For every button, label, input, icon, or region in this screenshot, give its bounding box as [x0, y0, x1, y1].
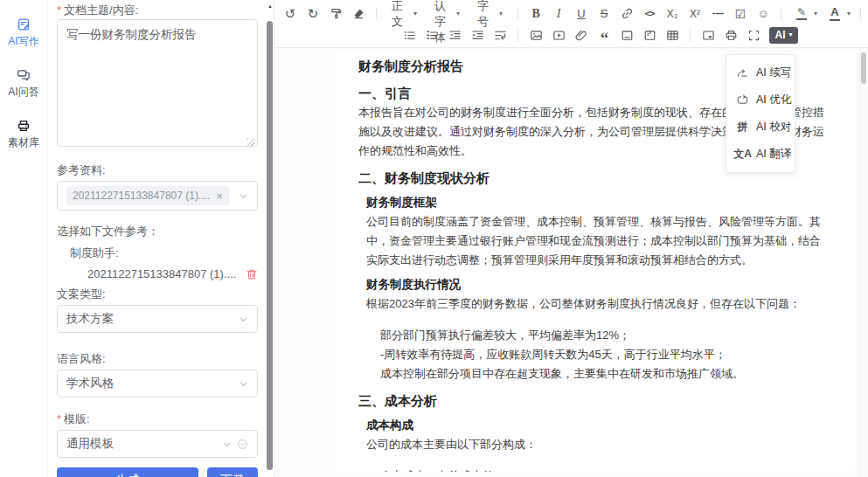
ai-menu-item-label: AI 优化: [756, 93, 791, 107]
line-break-icon[interactable]: [490, 25, 510, 45]
form-panel: * 文档主题/内容: 写一份财务制度分析报告 参考资料: 20211227151…: [48, 0, 267, 477]
caret-down-icon: ▾: [814, 10, 817, 17]
doc-heading: 财务制度执行情况: [366, 275, 830, 294]
toolbar-separator: [517, 29, 518, 42]
toolbar-separator: [860, 7, 861, 20]
ordered-list-icon[interactable]: [421, 25, 442, 45]
resize-grip-icon[interactable]: [247, 138, 254, 146]
toolbar-separator: [517, 7, 518, 20]
reference-tag: 2021122715133847807 (1).... ×: [66, 186, 229, 205]
format-painter-icon[interactable]: [325, 4, 346, 24]
divider-icon[interactable]: [707, 4, 728, 24]
ai-proofread-item[interactable]: 拼AI 校对: [726, 114, 795, 141]
sidebar-item-ai-qa[interactable]: AI问答: [8, 68, 38, 100]
material-library-icon: [17, 119, 31, 133]
language-style-label: 语言风格:: [57, 352, 258, 366]
scroll-up-icon[interactable]: ▲: [267, 3, 274, 9]
sidebar-item-material-lib[interactable]: 素材库: [8, 119, 39, 150]
template-select[interactable]: 通用模板: [57, 430, 258, 458]
print-icon[interactable]: [720, 25, 741, 45]
file-ref-label: 选择如下文件参考：: [57, 225, 258, 238]
page-block-icon[interactable]: [639, 25, 660, 45]
emoji-icon[interactable]: ☺: [753, 4, 774, 24]
preview-icon[interactable]: [698, 25, 719, 45]
ai-menu-popup: AI 续写AI 优化拼AI 校对文AAI 翻译: [726, 54, 795, 173]
table-icon[interactable]: [662, 25, 683, 45]
doc-list-line: 部分部门预算执行偏差较大，平均偏差率为12%；: [380, 326, 830, 345]
ai-optimize-item[interactable]: AI 优化: [726, 86, 795, 114]
required-asterisk: *: [57, 412, 61, 426]
ai-write-icon: [17, 17, 31, 31]
reference-select[interactable]: 2021122715133847807 (1).... ×: [57, 181, 258, 211]
editor-scrollbar[interactable]: [859, 49, 868, 477]
eraser-icon[interactable]: [348, 4, 369, 24]
ai-continue-item[interactable]: AI 续写: [726, 59, 795, 86]
doc-paragraph: 根据2023年前三季度的财务数据，公司整体财务制度执行情况良好，但存在以下问题：: [366, 294, 830, 314]
delete-file-icon[interactable]: [246, 268, 258, 280]
underline-icon[interactable]: U: [571, 4, 592, 24]
file-name: 2021122715133847807 (1)....: [87, 267, 236, 280]
code-icon[interactable]: <>: [639, 4, 660, 24]
template-label: * 模版:: [57, 412, 258, 426]
language-style-select[interactable]: 学术风格: [57, 370, 258, 398]
image-icon[interactable]: [525, 25, 546, 45]
doc-list-line: -周转效率有待提高，应收账款周转天数为45天，高于行业平均水平；: [380, 345, 830, 364]
code-block-icon[interactable]: [616, 25, 637, 45]
sidebar-item-label: AI写作: [8, 34, 38, 49]
ai-menu-item-label: AI 校对: [756, 120, 791, 135]
bold-icon[interactable]: B: [525, 4, 546, 24]
ai-menu-item-label: AI 续写: [756, 66, 791, 80]
indent-decrease-icon[interactable]: [444, 25, 465, 45]
fullscreen-icon[interactable]: [743, 25, 764, 45]
font-color-icon[interactable]: A: [824, 4, 845, 24]
doc-list: 人力成本：占总成本的35%；: [380, 467, 830, 472]
template-value: 通用模板: [66, 436, 114, 452]
subscript-icon[interactable]: X₂: [662, 4, 683, 24]
download-button[interactable]: 下载: [207, 467, 258, 477]
circle-check-icon: [237, 439, 248, 450]
strike-icon[interactable]: S: [594, 4, 615, 24]
doc-list-line: 人力成本：占总成本的35%；: [380, 467, 830, 472]
topic-input[interactable]: 写一份财务制度分析报告: [57, 19, 258, 147]
toolbar-separator: [690, 29, 691, 42]
scrollbar-thumb[interactable]: [861, 52, 866, 84]
ai-translate-icon: 文A: [736, 147, 749, 162]
reference-label: 参考资料:: [57, 163, 258, 177]
copy-type-select[interactable]: 技术方案: [57, 305, 258, 333]
generate-button[interactable]: 生成: [57, 467, 198, 477]
redo-icon[interactable]: ↻: [302, 4, 323, 24]
checkbox-icon[interactable]: ☑: [730, 4, 751, 24]
sidebar-item-ai-write[interactable]: AI写作: [8, 17, 38, 49]
caret-down-icon: ▾: [847, 10, 851, 17]
doc-paragraph: 公司目前的制度涵盖了资金管理、成本控制、预算管理、核算与报告、风险管理等方面。其…: [366, 212, 830, 270]
caret-down-icon: ▾: [413, 10, 417, 17]
ai-qa-icon: [17, 68, 31, 82]
chevron-down-icon: [239, 379, 248, 389]
ai-tools-button[interactable]: AI▾: [769, 27, 797, 44]
remove-tag-icon[interactable]: ×: [216, 190, 223, 203]
highlight-icon[interactable]: ✎: [791, 4, 812, 24]
quote-icon[interactable]: “: [594, 25, 615, 45]
required-asterisk: *: [57, 3, 61, 17]
video-icon[interactable]: [548, 25, 569, 45]
caret-down-icon: ▾: [788, 31, 792, 38]
ai-proofread-icon: 拼: [736, 120, 749, 135]
font-color-dropdown[interactable]: A▾: [822, 4, 853, 24]
form-panel-scrollbar[interactable]: ▲: [267, 0, 274, 477]
undo-icon[interactable]: ↺: [280, 4, 301, 24]
chevron-down-icon: [222, 439, 232, 449]
file-row: 2021122715133847807 (1)....: [57, 267, 258, 280]
topic-label: * 文档主题/内容:: [57, 3, 258, 17]
ai-translate-item[interactable]: 文AAI 翻译: [726, 141, 795, 168]
attachment-icon[interactable]: [571, 25, 592, 45]
doc-heading: 三、成本分析: [358, 391, 830, 411]
link-icon[interactable]: [616, 4, 637, 24]
toolbar-row-1: ↺↻正文▾默认字体▾字号▾BIUS<>X₂X²☑☺✎▾A▾≡▾: [280, 3, 865, 24]
superscript-icon[interactable]: X²: [684, 4, 705, 24]
italic-icon[interactable]: I: [548, 4, 569, 24]
highlight-dropdown[interactable]: ✎▾: [788, 4, 820, 24]
scrollbar-thumb[interactable]: [267, 21, 273, 470]
indent-increase-icon[interactable]: [467, 25, 488, 45]
bullet-list-icon[interactable]: [399, 25, 420, 45]
toolbar-row-2: “AI▾: [280, 24, 865, 45]
